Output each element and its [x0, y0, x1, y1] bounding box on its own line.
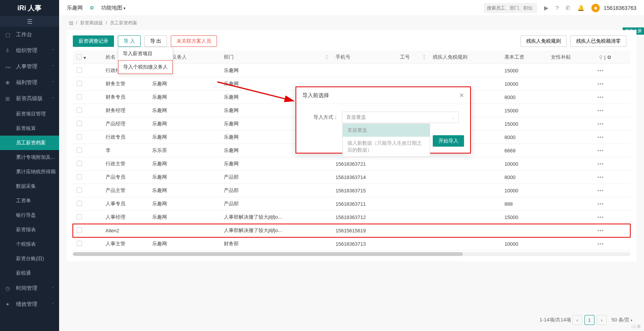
nav-subitem-薪税通[interactable]: 薪税通 — [16, 266, 59, 280]
nav-subitem-累计专项附加及...[interactable]: 累计专项附加及... — [16, 150, 59, 165]
select-option[interactable]: 插入新数据（只能导入生效日期之后的数据） — [343, 137, 430, 157]
column-header[interactable]: 女性补贴 — [547, 51, 594, 64]
more-icon[interactable]: ••• — [597, 214, 604, 220]
more-icon[interactable]: ••• — [597, 94, 604, 100]
nav-item-时间管理[interactable]: ◷时间管理˅ — [0, 280, 59, 296]
gear-icon[interactable]: ⚙ — [607, 54, 612, 60]
phone-icon[interactable]: ✆ — [565, 5, 570, 11]
nav-item-人事管理[interactable]: ᨓ人事管理˅ — [0, 59, 59, 75]
checkbox[interactable] — [77, 214, 82, 219]
close-icon[interactable]: ✕ — [459, 92, 464, 99]
more-icon[interactable]: ••• — [597, 134, 604, 140]
export-button[interactable]: 导 出 — [145, 35, 167, 47]
more-icon[interactable]: ••• — [597, 188, 604, 193]
checkbox[interactable] — [77, 161, 82, 166]
salary-adjust-record-button[interactable]: 薪资调整记录 — [73, 35, 114, 47]
table-row[interactable]: 产品专员 乐趣网 产品部 15618363714 8000 ••• — [73, 171, 630, 184]
nav-subitem-员工薪资档案[interactable]: 员工薪资档案 — [0, 136, 59, 150]
more-icon[interactable]: ••• — [597, 201, 604, 207]
help-icon[interactable]: ? — [556, 5, 559, 11]
more-icon[interactable]: ••• — [597, 148, 604, 154]
more-icon[interactable]: ••• — [597, 108, 604, 114]
import-menu-item[interactable]: 导入个税扣缴义务人 — [118, 60, 173, 74]
start-import-button[interactable]: 开始导入 — [433, 135, 464, 147]
nav-subitem-数据采集[interactable]: 数据采集 — [16, 179, 59, 193]
horizontal-scrollbar[interactable] — [73, 252, 630, 256]
pager-page[interactable]: 1 — [585, 315, 594, 325]
nav-item-工作台[interactable]: ▢工作台 — [0, 27, 59, 43]
nav-item-薪资高级版[interactable]: ⊞薪资高级版˄ — [0, 91, 59, 107]
select-option[interactable]: 直接覆盖 — [343, 124, 430, 137]
checkbox[interactable] — [77, 81, 82, 86]
search-input[interactable] — [484, 3, 537, 13]
disabled-tax-rule-button[interactable]: 残疾人免税规则 — [520, 35, 567, 47]
checkbox[interactable] — [77, 241, 82, 246]
feature-map-menu[interactable]: 功能地图 — [101, 5, 125, 11]
table-row[interactable]: 行政主管 乐趣网 乐趣网 15618363721 10000 ••• — [73, 157, 630, 171]
sidebar: iRi 人事 ☰ ▢工作台ᢤ组织管理˅ᨓ人事管理˅❀福利管理˅⊞薪资高级版˄薪资… — [0, 0, 59, 331]
pager-prev[interactable]: ‹ — [572, 315, 582, 325]
nav-subitem-个税报表[interactable]: 个税报表 — [16, 237, 59, 251]
unlinked-plan-button[interactable]: 未关联方案人员 — [171, 35, 217, 47]
more-icon[interactable]: ••• — [597, 174, 604, 180]
nav-subitem-工资单[interactable]: 工资单 — [16, 193, 59, 208]
checkbox[interactable] — [77, 54, 82, 59]
cell-salary: 10000 — [501, 184, 547, 197]
import-mode-select[interactable]: 直接覆盖 直接覆盖 插入新数据（只能导入生效日期之后的数据） — [342, 112, 459, 123]
avatar[interactable]: ☻ — [591, 4, 600, 12]
pager-size[interactable]: 50 条/页 — [612, 317, 633, 323]
column-header[interactable]: 手机号 — [332, 51, 396, 64]
bell-icon[interactable]: 🔔 — [577, 5, 585, 11]
nav-subitem-薪资核算[interactable]: 薪资核算 — [16, 121, 59, 136]
checkbox[interactable] — [77, 174, 82, 179]
checkbox[interactable] — [77, 107, 82, 113]
table-row[interactable]: Allen2 人事部解决撤了较大jiljfjo... 15615615619 •… — [73, 224, 630, 237]
user-phone: 15618363763 — [604, 5, 636, 11]
cell-allowance — [547, 197, 594, 211]
import-menu-item[interactable]: 导入薪资项目 — [118, 47, 173, 60]
cell-jobno — [396, 224, 429, 237]
more-icon[interactable]: ••• — [597, 68, 604, 74]
cell-taxrule — [429, 237, 501, 251]
table-row[interactable]: 人事主管 乐趣网 财务部 15618363713 10000 ••• — [73, 237, 630, 251]
column-header[interactable]: 残疾人免税规则 — [429, 51, 501, 64]
disabled-tax-clear-button[interactable]: 残疾人已免税额清零 — [570, 35, 626, 47]
more-icon[interactable]: ••• — [597, 161, 604, 167]
gear-icon[interactable]: ⚙ — [90, 5, 94, 11]
table-row[interactable]: 人事专员 乐趣网 产品部 15618363711 888 ••• — [73, 197, 630, 211]
checkbox[interactable] — [77, 187, 82, 193]
breadcrumb-part[interactable]: 薪资高级版 — [80, 20, 103, 26]
column-header[interactable]: 基本工资 — [501, 51, 547, 64]
nav-subitem-薪资项目管理[interactable]: 薪资项目管理 — [16, 107, 59, 121]
nav-subitem-累计应纳税所得额[interactable]: 累计应纳税所得额 — [16, 165, 59, 179]
nav-item-福利管理[interactable]: ❀福利管理˅ — [0, 75, 59, 91]
column-header[interactable]: 工号▴▾ — [396, 51, 429, 64]
checkbox[interactable] — [77, 134, 82, 139]
nav-item-组织管理[interactable]: ᢤ组织管理˅ — [0, 43, 59, 59]
sort-icon[interactable]: ▴▾ — [326, 54, 328, 60]
checkbox[interactable] — [77, 67, 82, 73]
video-icon[interactable]: ▶ — [544, 5, 549, 11]
checkbox[interactable] — [77, 147, 82, 153]
nav-item-绩效管理[interactable]: ✦绩效管理˅ — [0, 296, 59, 312]
checkbox[interactable] — [77, 94, 82, 99]
table-row[interactable]: 产品主管 乐趣网 产品部 15618363715 10000 ••• — [73, 184, 630, 197]
more-icon[interactable]: ••• — [597, 81, 604, 87]
nav-subitem-银行导盘[interactable]: 银行导盘 — [16, 208, 59, 222]
more-icon[interactable]: ••• — [597, 121, 604, 127]
filter-icon[interactable]: ⚲ — [599, 54, 603, 60]
more-icon[interactable]: ••• — [597, 241, 604, 247]
sidebar-collapse[interactable]: ☰ — [0, 16, 59, 27]
pager-next[interactable]: › — [597, 315, 607, 325]
import-button[interactable]: 导 入 — [118, 35, 141, 47]
nav-subitem-薪资报表[interactable]: 薪资报表 — [16, 222, 59, 237]
column-header[interactable]: 部门▴▾ — [220, 51, 332, 64]
checkbox[interactable] — [77, 227, 82, 233]
more-icon[interactable]: ••• — [597, 228, 604, 233]
sort-icon[interactable]: ▴▾ — [423, 54, 425, 60]
nav-subitem-薪资台账(旧)[interactable]: 薪资台账(旧) — [16, 251, 59, 266]
table-row[interactable]: 人事经理 乐趣网 人事部解决撤了较大jiljfjo... 15618363712… — [73, 211, 630, 224]
cell-dept: 财务部 — [220, 237, 332, 251]
checkbox[interactable] — [77, 201, 82, 206]
checkbox[interactable] — [77, 121, 82, 126]
